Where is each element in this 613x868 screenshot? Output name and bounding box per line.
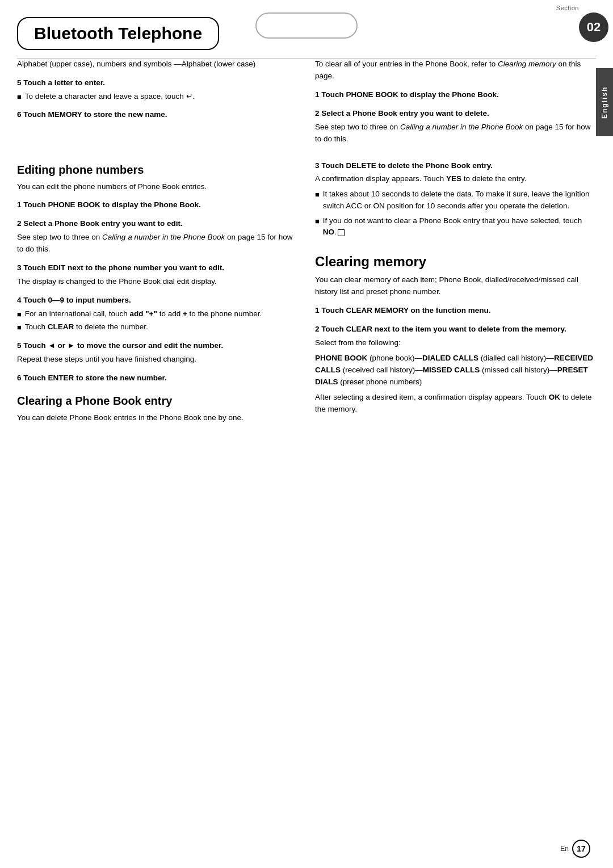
edit-step4-heading: 4 Touch 0—9 to input numbers. xyxy=(17,295,298,307)
stop-icon xyxy=(338,229,345,236)
clearing-memory-heading: Clearing memory xyxy=(315,254,596,270)
right-step2-heading: 2 Select a Phone Book entry you want to … xyxy=(315,108,596,120)
section-badge: 02 xyxy=(579,12,608,42)
edit-step3-body: The display is changed to the Phone Book… xyxy=(17,276,298,288)
edit-step5-body: Repeat these steps until you have finish… xyxy=(17,354,298,366)
right-step3-bullet2: ■ If you do not want to clear a Phone Bo… xyxy=(315,215,596,238)
intro-right-text: To clear all of your entries in the Phon… xyxy=(315,58,596,82)
clearing-phone-book-description: You can delete Phone Book entries in the… xyxy=(17,412,298,424)
intro-left: Alphabet (upper case), numbers and symbo… xyxy=(17,58,298,149)
main-content: Editing phone numbers You can edit the p… xyxy=(0,153,613,427)
top-oval xyxy=(255,12,358,39)
left-col: Editing phone numbers You can edit the p… xyxy=(17,153,298,427)
step5-touch-letter: 5 Touch a letter to enter. ■ To delete a… xyxy=(17,77,298,102)
footer-en-label: En xyxy=(560,845,569,853)
top-bar: Bluetooth Telephone Section 02 xyxy=(0,0,613,50)
right-col: 3 Touch DELETE to delete the Phone Book … xyxy=(315,153,596,427)
right-step3-body1: A confirmation display appears. Touch YE… xyxy=(315,173,596,185)
editing-section-heading: Editing phone numbers xyxy=(17,163,298,177)
page: Bluetooth Telephone Section 02 English A… xyxy=(0,0,613,868)
edit-step4-bullet1: ■ For an international call, touch add "… xyxy=(17,308,298,320)
clear-mem-step2-after: After selecting a desired item, a confir… xyxy=(315,392,596,416)
edit-step3-heading: 3 Touch EDIT next to the phone number yo… xyxy=(17,262,298,274)
page-footer: En 17 xyxy=(560,840,590,858)
bullet-icon: ■ xyxy=(315,189,320,212)
right-step3-bullet2-text: If you do not want to clear a Phone Book… xyxy=(323,215,596,238)
right-step2-body: See step two to three on Calling a numbe… xyxy=(315,121,596,145)
step-num: 1 xyxy=(315,90,320,99)
section-badge-area: Section 02 xyxy=(556,0,613,42)
title-box: Bluetooth Telephone xyxy=(17,17,219,50)
page-title: Bluetooth Telephone xyxy=(34,24,202,43)
clear-mem-step2-select: Select from the following: xyxy=(315,337,596,349)
bullet-icon: ■ xyxy=(17,309,22,320)
clear-mem-step2-heading: 2 Touch CLEAR next to the item you want … xyxy=(315,324,596,336)
step5-bullet-text: To delete a character and leave a space,… xyxy=(25,91,298,103)
edit-step6-heading: 6 Touch ENTER to store the new number. xyxy=(17,372,298,384)
bullet-icon: ■ xyxy=(17,91,22,103)
clearing-memory-description: You can clear memory of each item; Phone… xyxy=(315,274,596,298)
step5-bullet: ■ To delete a character and leave a spac… xyxy=(17,91,298,103)
step6-touch-memory: 6 Touch MEMORY to store the new name. xyxy=(17,109,298,121)
page-number: 17 xyxy=(572,840,590,858)
clear-mem-step2-options: PHONE BOOK (phone book)—DIALED CALLS (di… xyxy=(315,353,596,388)
edit-step4-bullet1-text: For an international call, touch add "+"… xyxy=(25,308,298,320)
step5-heading: 5 Touch a letter to enter. xyxy=(17,77,298,89)
right-step1-heading: 1 Touch PHONE BOOK to display the Phone … xyxy=(315,89,596,101)
bullet-icon: ■ xyxy=(315,216,320,238)
clear-mem-step1-heading: 1 Touch CLEAR MEMORY on the function men… xyxy=(315,305,596,317)
right-step3-bullet1-text: It takes about 10 seconds to delete the … xyxy=(323,188,596,212)
editing-description: You can edit the phone numbers of Phone … xyxy=(17,181,298,193)
edit-step2-heading: 2 Select a Phone Book entry you want to … xyxy=(17,218,298,230)
intro-right: To clear all of your entries in the Phon… xyxy=(315,58,596,149)
language-sidebar: English xyxy=(596,68,613,136)
intro-section: Alphabet (upper case), numbers and symbo… xyxy=(0,58,613,149)
edit-step4-bullet2-text: Touch CLEAR to delete the number. xyxy=(25,321,298,333)
edit-step2-body: See step two to three on Calling a numbe… xyxy=(17,232,298,255)
right-step3-heading: 3 Touch DELETE to delete the Phone Book … xyxy=(315,160,596,172)
intro-left-text: Alphabet (upper case), numbers and symbo… xyxy=(17,58,298,70)
bullet-icon: ■ xyxy=(17,322,22,333)
right-step3-bullet1: ■ It takes about 10 seconds to delete th… xyxy=(315,188,596,212)
edit-step5-heading: 5 Touch ◄ or ► to move the cursor and ed… xyxy=(17,340,298,352)
step6-heading: 6 Touch MEMORY to store the new name. xyxy=(17,109,298,121)
section-label: Section xyxy=(556,0,613,11)
two-col: Editing phone numbers You can edit the p… xyxy=(17,153,596,427)
edit-step4-bullet2: ■ Touch CLEAR to delete the number. xyxy=(17,321,298,333)
edit-step1-heading: 1 Touch PHONE BOOK to display the Phone … xyxy=(17,199,298,211)
clearing-phone-book-heading: Clearing a Phone Book entry xyxy=(17,395,298,408)
